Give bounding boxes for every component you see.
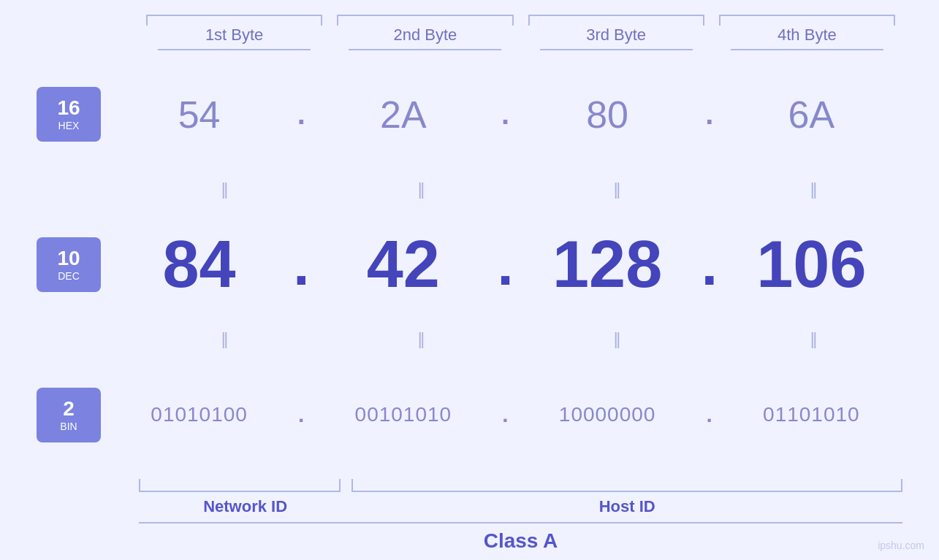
id-bracket-row [139, 479, 902, 494]
byte3-header: 3rd Byte [521, 26, 712, 50]
eq1-b4: ‖ [728, 180, 902, 199]
hex-base-label: HEX [58, 120, 80, 131]
eq1-b1: ‖ [139, 180, 313, 199]
bin-byte2: 00101010 [312, 403, 494, 426]
watermark: ipshu.com [878, 540, 924, 551]
hex-base-num: 16 [57, 97, 80, 120]
byte1-header: 1st Byte [139, 26, 330, 50]
eq1-b2: ‖ [335, 180, 510, 199]
dec-base-num: 10 [57, 248, 80, 270]
bin-dot2: . [495, 402, 517, 427]
hex-byte4: 6A [721, 93, 902, 137]
byte1-bracket [146, 15, 322, 26]
equals-row-1: ‖ ‖ ‖ ‖ [139, 179, 902, 201]
dec-badge: 10 DEC [37, 237, 101, 292]
bin-dot3: . [699, 402, 721, 427]
bin-base-label: BIN [60, 421, 77, 432]
hex-badge: 16 HEX [37, 87, 101, 142]
eq2-b2: ‖ [335, 330, 510, 349]
bin-values: 01010100 . 00101010 . 10000000 . 0110101… [108, 402, 902, 427]
eq2-b1: ‖ [139, 330, 313, 349]
bin-base-num: 2 [63, 398, 75, 421]
hex-row: 16 HEX 54 . 2A . 80 . 6A [37, 50, 902, 179]
class-label: Class A [139, 522, 902, 553]
bin-badge: 2 BIN [37, 388, 101, 442]
eq2-b4: ‖ [728, 330, 902, 349]
hex-byte1: 54 [108, 93, 290, 137]
hex-byte2: 2A [312, 93, 494, 137]
byte2-bracket [337, 15, 513, 26]
bin-dot1: . [290, 402, 312, 427]
network-id-label: Network ID [139, 497, 351, 516]
host-bracket [351, 479, 902, 492]
id-label-row: Network ID Host ID [139, 497, 902, 516]
bin-byte3: 10000000 [517, 403, 699, 426]
host-id-label: Host ID [351, 497, 902, 516]
hex-byte3: 80 [517, 93, 699, 137]
id-section: Network ID Host ID [139, 479, 902, 516]
dec-dot3: . [699, 231, 721, 299]
hex-dot1: . [290, 98, 312, 131]
dec-byte3: 128 [517, 227, 699, 302]
dec-byte1: 84 [108, 227, 290, 302]
class-section: Class A [139, 522, 902, 553]
dec-dot1: . [290, 231, 312, 299]
bin-row: 2 BIN 01010100 . 00101010 . 10000000 . 0… [37, 350, 902, 479]
dec-byte2: 42 [312, 227, 494, 302]
network-bracket [139, 479, 341, 492]
dec-row: 10 DEC 84 . 42 . 128 . 106 [37, 201, 902, 329]
hex-dot3: . [699, 98, 721, 131]
hex-values: 54 . 2A . 80 . 6A [108, 93, 902, 137]
bin-byte4: 01101010 [721, 403, 902, 426]
byte2-header: 2nd Byte [330, 26, 520, 50]
bin-byte1: 01010100 [108, 403, 290, 426]
byte3-bracket [528, 15, 704, 26]
eq2-b3: ‖ [532, 330, 707, 349]
dec-byte4: 106 [721, 227, 902, 302]
dec-values: 84 . 42 . 128 . 106 [108, 227, 902, 302]
hex-dot2: . [495, 98, 517, 131]
eq1-b3: ‖ [532, 180, 707, 199]
equals-row-2: ‖ ‖ ‖ ‖ [139, 329, 902, 350]
dec-dot2: . [495, 231, 517, 299]
byte4-bracket [719, 15, 895, 26]
byte4-header: 4th Byte [712, 26, 902, 50]
dec-base-label: DEC [58, 270, 80, 282]
